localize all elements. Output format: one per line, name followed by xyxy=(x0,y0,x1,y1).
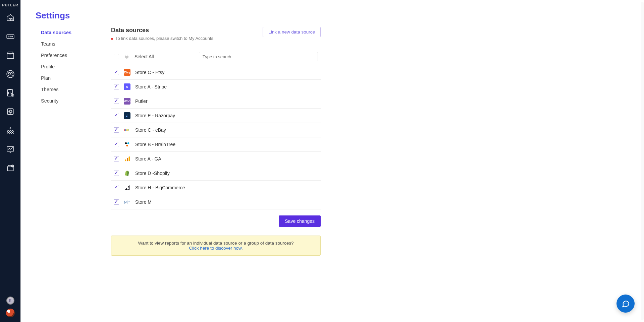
svg-text:ebay: ebay xyxy=(124,129,129,132)
subnav-item-themes[interactable]: Themes xyxy=(36,84,96,95)
list-row: Store M xyxy=(111,195,321,209)
nav-customers-icon[interactable] xyxy=(5,68,16,80)
subnav-item-security[interactable]: Security xyxy=(36,95,96,107)
row-checkbox[interactable] xyxy=(114,113,119,118)
row-checkbox[interactable] xyxy=(114,99,119,104)
svg-point-13 xyxy=(7,131,9,132)
list-row: Store A - GA xyxy=(111,152,321,166)
svg-point-14 xyxy=(9,131,11,132)
svg-rect-0 xyxy=(11,18,12,20)
list-row: Store B - BrainTree xyxy=(111,137,321,152)
tip-link[interactable]: Click here to discover how. xyxy=(189,246,243,251)
scrollbar[interactable] xyxy=(641,2,644,320)
svg-point-21 xyxy=(127,142,129,144)
row-label: Store E - Razorpay xyxy=(135,113,175,118)
row-label: Store A - GA xyxy=(135,156,161,162)
main-area: Settings Data sources Teams Preferences … xyxy=(21,0,644,322)
row-label: Store C - eBay xyxy=(135,127,166,133)
vertical-nav: PUTLER E xyxy=(0,0,21,322)
plug-icon xyxy=(124,54,130,60)
row-checkbox[interactable] xyxy=(114,171,119,176)
nav-home-icon[interactable] xyxy=(5,12,16,23)
section-hint: To link data sources, please switch to M… xyxy=(111,36,215,41)
row-checkbox[interactable] xyxy=(114,156,119,162)
nav-sales-icon[interactable] xyxy=(5,31,16,42)
chat-bubble-button[interactable] xyxy=(616,295,635,313)
row-label: Store C - Etsy xyxy=(135,70,164,75)
svg-rect-25 xyxy=(129,156,130,161)
svg-point-8 xyxy=(10,72,12,74)
braintree-icon xyxy=(124,141,130,148)
svg-rect-5 xyxy=(7,54,14,59)
row-label: Store B - BrainTree xyxy=(135,142,175,147)
list-row: Woo Putler xyxy=(111,94,321,109)
settings-content: Data sources To link data sources, pleas… xyxy=(106,27,321,256)
nav-reports-icon[interactable] xyxy=(5,87,16,99)
svg-point-15 xyxy=(12,131,13,132)
razorpay-icon xyxy=(124,112,130,119)
svg-rect-24 xyxy=(127,158,128,161)
subnav-item-data-sources[interactable]: Data sources xyxy=(36,27,96,38)
row-checkbox[interactable] xyxy=(114,199,119,205)
subnav-item-plan[interactable]: Plan xyxy=(36,72,96,84)
svg-point-6 xyxy=(7,70,14,78)
mollie-icon xyxy=(124,199,130,205)
row-label: Store M xyxy=(135,199,152,205)
search-input[interactable] xyxy=(199,52,318,61)
svg-rect-23 xyxy=(125,159,126,161)
row-label: Putler xyxy=(135,99,148,104)
svg-point-26 xyxy=(128,201,129,202)
select-all-label: Select All xyxy=(135,54,154,59)
shopify-icon xyxy=(124,170,130,177)
nav-audience-icon[interactable] xyxy=(5,125,16,136)
list-row: ebay Store C - eBay xyxy=(111,123,321,137)
svg-point-20 xyxy=(125,142,127,144)
ebay-icon: ebay xyxy=(124,127,130,133)
nav-products-icon[interactable] xyxy=(5,50,16,61)
list-row: Store D -Shopify xyxy=(111,166,321,181)
google-analytics-icon xyxy=(124,155,130,162)
list-header-row: Select All xyxy=(111,48,321,65)
svg-point-3 xyxy=(10,36,11,37)
row-label: Store D -Shopify xyxy=(135,171,170,176)
list-row: Etsy Store C - Etsy xyxy=(111,65,321,80)
svg-point-2 xyxy=(8,36,9,37)
row-checkbox[interactable] xyxy=(114,127,119,133)
row-checkbox[interactable] xyxy=(114,185,119,190)
tip-line-1: Want to view reports for an individual d… xyxy=(117,241,314,246)
list-row: Store H - BigCommerce xyxy=(111,181,321,195)
row-label: Store H - BigCommerce xyxy=(135,185,185,190)
etsy-icon: Etsy xyxy=(124,69,130,76)
save-button[interactable]: Save changes xyxy=(279,215,321,227)
bigcommerce-icon xyxy=(124,184,130,191)
account-switcher-avatar[interactable]: E xyxy=(6,297,14,305)
section-heading: Data sources xyxy=(111,27,215,34)
svg-point-4 xyxy=(11,36,12,37)
subnav-item-preferences[interactable]: Preferences xyxy=(36,50,96,61)
user-avatar[interactable] xyxy=(6,309,15,317)
brand-logo[interactable]: PUTLER xyxy=(0,0,20,10)
list-row: S Store A - Stripe xyxy=(111,80,321,94)
stripe-icon: S xyxy=(124,83,130,90)
subnav-item-teams[interactable]: Teams xyxy=(36,38,96,50)
row-label: Store A - Stripe xyxy=(135,84,167,89)
woocommerce-icon: Woo xyxy=(124,98,130,105)
select-all-checkbox[interactable] xyxy=(114,54,119,59)
svg-point-22 xyxy=(126,145,128,146)
svg-rect-11 xyxy=(7,109,13,114)
tip-box: Want to view reports for an individual d… xyxy=(111,236,321,256)
row-checkbox[interactable] xyxy=(114,70,119,75)
settings-subnav: Data sources Teams Preferences Profile P… xyxy=(36,27,106,256)
data-source-list: Select All Etsy Store C - Etsy S xyxy=(111,48,321,209)
row-checkbox[interactable] xyxy=(114,142,119,147)
svg-point-7 xyxy=(8,72,10,74)
page-title: Settings xyxy=(36,10,341,21)
nav-subscriptions-icon[interactable] xyxy=(5,106,16,117)
nav-insights-icon[interactable] xyxy=(5,143,16,155)
row-checkbox[interactable] xyxy=(114,84,119,89)
list-row: Store E - Razorpay xyxy=(111,109,321,123)
subnav-item-profile[interactable]: Profile xyxy=(36,61,96,72)
nav-integrations-icon[interactable] xyxy=(5,162,16,174)
link-data-source-button[interactable]: Link a new data source xyxy=(263,27,321,37)
